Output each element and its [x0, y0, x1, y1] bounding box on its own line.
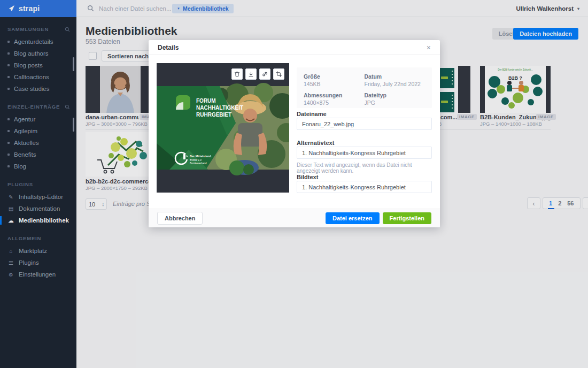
modal-header: Details × — [149, 40, 440, 55]
caption-label: Bildtext — [297, 174, 318, 180]
download-icon — [247, 71, 254, 78]
preview-toolbar — [231, 68, 284, 80]
meta-size: Größe 145KB — [304, 73, 365, 87]
delete-file-button[interactable] — [231, 68, 243, 80]
meta-dimensions: Abmessungen 1400×875 — [304, 92, 365, 106]
svg-text:BVMW e.V.: BVMW e.V. — [190, 159, 202, 162]
crop-icon[interactable] — [273, 68, 284, 80]
link-icon — [261, 71, 268, 78]
alt-text-input[interactable] — [297, 147, 432, 159]
caption-input[interactable] — [297, 181, 432, 193]
crop-icon — [275, 71, 282, 78]
footer-actions: Datei ersetzen Fertigstellen — [326, 212, 431, 224]
filename-label: Dateiname — [297, 111, 327, 117]
svg-text:FORUM: FORUM — [196, 98, 216, 104]
svg-text:NACHHALTIGKEIT: NACHHALTIGKEIT — [196, 105, 243, 111]
svg-text:Der Mittelstand.: Der Mittelstand. — [190, 155, 212, 158]
cancel-button[interactable]: Abbrechen — [157, 212, 203, 225]
image-preview: FORUM NACHHALTIGKEIT RUHRGEBIET Der Mitt… — [157, 63, 289, 193]
finish-button[interactable]: Fertigstellen — [383, 212, 431, 224]
meta-date: Datum Friday, July 22nd 2022 — [365, 73, 425, 87]
filename-input[interactable] — [297, 118, 432, 130]
copy-link-button[interactable] — [259, 68, 270, 80]
close-icon[interactable]: × — [427, 44, 431, 51]
preview-image: FORUM NACHHALTIGKEIT RUHRGEBIET Der Mitt… — [157, 63, 289, 193]
app-window: strapi SAMMLUNGEN Agenturdetails Blog au… — [0, 0, 588, 368]
replace-file-button[interactable]: Datei ersetzen — [326, 212, 380, 224]
meta-filetype: Dateityp JPG — [365, 92, 425, 106]
svg-text:Bundesverband: Bundesverband — [190, 162, 207, 165]
alt-text-help: Dieser Text wird angezeigt, wenn das Dat… — [297, 162, 436, 174]
modal-title: Details — [158, 44, 179, 51]
alt-text-label: Alternativtext — [297, 140, 334, 146]
modal-footer: Abbrechen Datei ersetzen Fertigstellen — [149, 209, 440, 227]
file-metadata-panel: Größe 145KB Datum Friday, July 22nd 2022… — [297, 67, 432, 108]
trash-icon — [234, 71, 241, 78]
download-file-button[interactable] — [245, 68, 257, 80]
svg-text:RUHRGEBIET: RUHRGEBIET — [196, 112, 231, 118]
file-details-modal: Details × — [149, 40, 440, 227]
